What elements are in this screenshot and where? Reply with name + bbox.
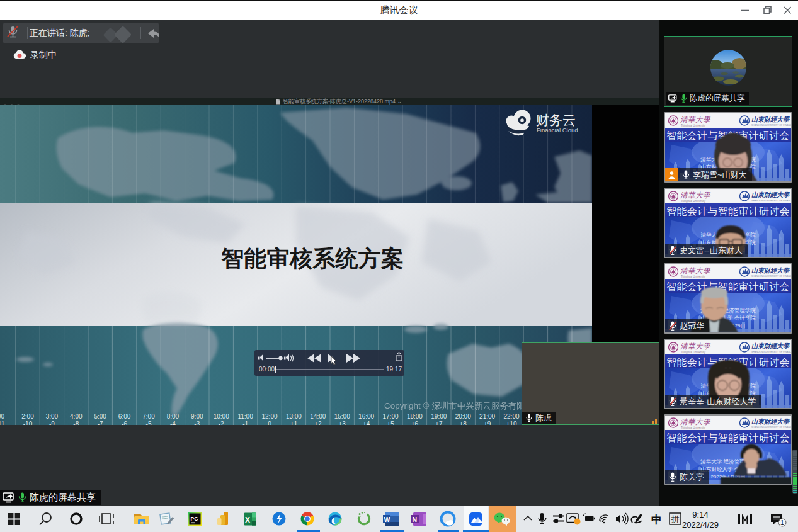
svg-text:山東財經大學: 山東財經大學 — [751, 116, 790, 123]
svg-text:2:00: 2:00 — [21, 413, 34, 420]
svg-text:中: 中 — [651, 514, 662, 526]
svg-text:-7: -7 — [98, 421, 103, 425]
svg-text:-2: -2 — [219, 421, 224, 425]
svg-text:6:00: 6:00 — [118, 413, 131, 420]
svg-text:20:00: 20:00 — [455, 413, 471, 420]
svg-text:11: 11 — [0, 421, 5, 425]
svg-text:+4: +4 — [363, 421, 370, 425]
svg-text:1: 1 — [780, 519, 784, 526]
svg-text:10:00: 10:00 — [214, 413, 229, 420]
svg-text:-3: -3 — [194, 421, 200, 425]
svg-text:山東財經大學: 山東財經大學 — [751, 418, 790, 425]
svg-text:0: 0 — [268, 421, 271, 425]
svg-text:-6: -6 — [122, 421, 127, 425]
svg-text:3:00: 3:00 — [46, 413, 59, 420]
svg-text:18:00: 18:00 — [407, 413, 423, 420]
svg-text:拼: 拼 — [671, 514, 680, 524]
svg-text:山東財經大學: 山東財經大學 — [751, 191, 790, 198]
svg-text:7:00: 7:00 — [142, 413, 155, 420]
svg-text:00:00: 00:00 — [259, 366, 275, 373]
svg-text:-1: -1 — [242, 421, 248, 425]
svg-text:智能会计与智能审计研讨会: 智能会计与智能审计研讨会 — [666, 206, 790, 217]
svg-text:13:00: 13:00 — [286, 413, 302, 420]
svg-text:SHANDONG UNIVERSITY OF FINANCE: SHANDONG UNIVERSITY OF FINANCE AND ECONO… — [751, 351, 791, 353]
svg-text:+9: +9 — [484, 421, 491, 425]
svg-text:清華大學: 清華大學 — [680, 191, 711, 199]
svg-text:Tsinghua University: Tsinghua University — [681, 351, 706, 354]
svg-text:财务云: 财务云 — [536, 113, 576, 127]
svg-text:-9: -9 — [49, 421, 55, 425]
svg-text:Tsinghua University: Tsinghua University — [681, 200, 706, 203]
svg-text:清華大學: 清華大學 — [680, 418, 711, 426]
svg-text:9:00: 9:00 — [191, 413, 203, 420]
svg-text:5:00: 5:00 — [94, 413, 106, 420]
svg-text:+1: +1 — [290, 421, 298, 425]
svg-text:+6: +6 — [411, 421, 419, 425]
svg-text:清華大學: 清華大學 — [680, 342, 711, 350]
svg-text:山東財經大學: 山東財經大學 — [751, 342, 790, 349]
svg-text:清華大學: 清華大學 — [680, 116, 711, 123]
svg-text:19:00: 19:00 — [431, 413, 447, 420]
svg-text:4:00: 4:00 — [70, 413, 83, 420]
svg-text:SHANDONG UNIVERSITY OF FINANCE: SHANDONG UNIVERSITY OF FINANCE AND ECONO… — [751, 275, 791, 278]
svg-text:Tsinghua University: Tsinghua University — [681, 124, 706, 127]
svg-text::00: :00 — [0, 413, 4, 420]
svg-text:Tsinghua University: Tsinghua University — [681, 275, 706, 278]
svg-text:+10: +10 — [506, 421, 517, 425]
svg-text:+3: +3 — [338, 421, 346, 425]
svg-text:16:00: 16:00 — [358, 413, 374, 420]
svg-text:15:00: 15:00 — [334, 413, 350, 420]
svg-text:SHANDONG UNIVERSITY OF FINANCE: SHANDONG UNIVERSITY OF FINANCE AND ECONO… — [751, 124, 791, 127]
svg-text:19:17: 19:17 — [386, 366, 402, 373]
svg-text:8:00: 8:00 — [167, 413, 180, 420]
svg-text:智能会计与智能审计研讨会: 智能会计与智能审计研讨会 — [666, 433, 790, 443]
svg-text:SHANDONG UNIVERSITY OF FINANCE: SHANDONG UNIVERSITY OF FINANCE AND ECONO… — [751, 200, 791, 202]
svg-text:山東財經大學: 山東財經大學 — [751, 267, 790, 274]
svg-text:9:14: 9:14 — [692, 510, 708, 519]
svg-text:N: N — [413, 516, 418, 523]
svg-text:PC: PC — [191, 516, 198, 522]
svg-text:-4: -4 — [170, 421, 176, 425]
svg-text:智能会计与智能审计研讨会: 智能会计与智能审计研讨会 — [666, 281, 790, 292]
svg-text:17:00: 17:00 — [382, 413, 398, 420]
svg-text:21:00: 21:00 — [479, 413, 495, 420]
svg-text:清華大學: 清華大學 — [680, 267, 711, 274]
svg-text:Financial Cloud: Financial Cloud — [537, 127, 578, 133]
svg-text:-10: -10 — [23, 421, 33, 425]
svg-text:22:00: 22:00 — [503, 413, 519, 420]
svg-text:Tsinghua University: Tsinghua University — [681, 426, 706, 429]
svg-text:-5: -5 — [146, 421, 152, 425]
svg-text:11:00: 11:00 — [237, 413, 253, 420]
svg-text:+2: +2 — [314, 421, 322, 425]
svg-text:2022/4/29: 2022/4/29 — [682, 520, 719, 529]
svg-text:Copyright © 深圳市中兴新云服务有限公司: Copyright © 深圳市中兴新云服务有限公司 — [384, 401, 542, 410]
svg-text:+8: +8 — [459, 421, 467, 425]
svg-text:X: X — [245, 516, 250, 524]
svg-text:SHANDONG UNIVERSITY OF FINANCE: SHANDONG UNIVERSITY OF FINANCE AND ECONO… — [751, 426, 791, 429]
svg-text:+7: +7 — [435, 421, 443, 425]
svg-text:+5: +5 — [387, 421, 394, 425]
svg-text:14:00: 14:00 — [310, 413, 326, 420]
svg-text:-8: -8 — [73, 421, 79, 425]
svg-text:W: W — [384, 516, 390, 523]
svg-text:12:00: 12:00 — [261, 413, 277, 420]
